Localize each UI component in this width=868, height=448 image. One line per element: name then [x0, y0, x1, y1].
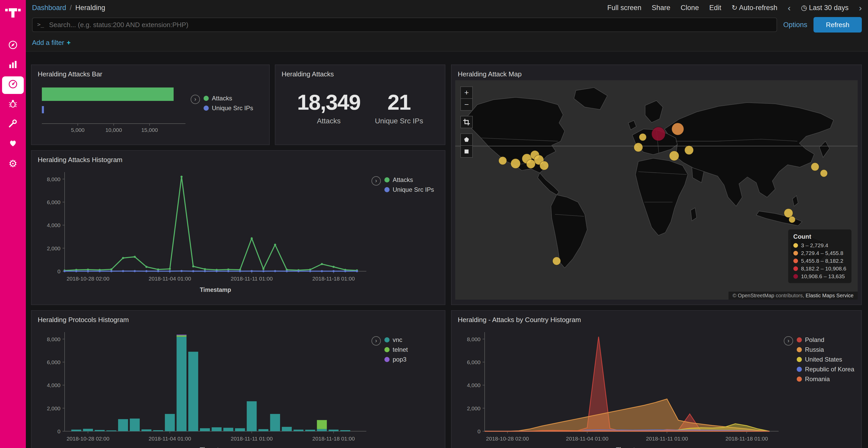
legend-item[interactable]: 2,729.4 – 5,455.8: [793, 250, 846, 256]
legend-item[interactable]: pop3: [384, 356, 408, 363]
breadcrumb-separator: /: [70, 4, 72, 12]
time-back-icon[interactable]: ‹: [788, 3, 790, 12]
sidebar-item-visualize[interactable]: [0, 56, 26, 75]
svg-text:8,000: 8,000: [47, 176, 60, 182]
refresh-button[interactable]: Refresh: [813, 17, 862, 33]
openstreetmap-link[interactable]: OpenStreetMap: [738, 292, 774, 298]
legend-item[interactable]: Attacks: [384, 176, 434, 183]
breadcrumb-dashboard-link[interactable]: Dashboard: [32, 4, 66, 12]
full-screen-button[interactable]: Full screen: [607, 4, 642, 12]
search-input[interactable]: [32, 18, 777, 32]
attack-location-dot[interactable]: [553, 257, 561, 265]
legend-collapse-icon[interactable]: ›: [371, 176, 381, 185]
legend-item[interactable]: Attacks: [204, 95, 253, 102]
clone-button[interactable]: Clone: [681, 4, 699, 12]
attack-location-dot[interactable]: [540, 161, 549, 170]
legend-item[interactable]: Romania: [797, 376, 854, 383]
panel-attacks-metric: Heralding Attacks 18,349 Attacks 21 Uniq…: [275, 65, 445, 145]
elastic-maps-service-link[interactable]: Elastic Maps Service: [805, 292, 854, 298]
attack-location-dot[interactable]: [811, 163, 819, 171]
legend-color-dot: [384, 347, 390, 352]
attack-location-dot[interactable]: [820, 170, 828, 177]
legend-collapse-icon[interactable]: ›: [191, 95, 200, 104]
legend-title: Count: [793, 233, 846, 240]
search-bar-row: >_ Options Refresh: [26, 15, 868, 34]
world-map[interactable]: + − Count 3 – 2,729.42,729.4 – 5,455.85,…: [455, 80, 858, 300]
legend-label: Poland: [805, 336, 824, 343]
metric-attacks: 18,349 Attacks: [297, 90, 361, 125]
legend-collapse-icon[interactable]: ›: [371, 336, 381, 346]
attack-location-dot[interactable]: [652, 127, 665, 141]
auto-refresh-button[interactable]: ↻ Auto-refresh: [732, 4, 777, 12]
legend-label: Unique Src IPs: [212, 105, 253, 112]
telekom-logo[interactable]: [5, 4, 21, 23]
svg-text:2018-11-11 01:00: 2018-11-11 01:00: [231, 436, 273, 442]
country-histogram-chart[interactable]: 02,0004,0006,0008,0002018-10-28 02:00201…: [456, 326, 784, 448]
zoom-in-button[interactable]: +: [460, 87, 473, 99]
legend-item[interactable]: Poland: [797, 336, 854, 343]
legend-item[interactable]: vnc: [384, 336, 408, 343]
legend-label: United States: [805, 356, 842, 363]
legend-color-dot: [793, 266, 798, 271]
svg-text:2018-11-18 01:00: 2018-11-18 01:00: [725, 436, 768, 442]
svg-text:4,000: 4,000: [47, 382, 60, 388]
draw-polygon-button[interactable]: [460, 133, 473, 146]
svg-text:2018-10-28 02:00: 2018-10-28 02:00: [67, 436, 110, 442]
legend-item[interactable]: Unique Src IPs: [204, 105, 253, 112]
legend-color-dot: [384, 187, 390, 192]
legend-item[interactable]: Russia: [797, 346, 854, 353]
legend-color-dot: [384, 337, 390, 342]
protocols-histogram-chart[interactable]: 02,0004,0006,0008,0002018-10-28 02:00201…: [36, 326, 371, 448]
attack-location-dot[interactable]: [511, 159, 520, 169]
sidebar-item-dashboard[interactable]: [0, 75, 26, 95]
zoom-out-button[interactable]: −: [460, 98, 473, 111]
draw-rectangle-button[interactable]: [460, 145, 473, 158]
attacks-histogram-chart[interactable]: 02,0004,0006,0008,0002018-10-28 02:00201…: [36, 166, 371, 295]
attack-location-dot[interactable]: [672, 123, 684, 135]
fit-bounds-button[interactable]: [460, 116, 473, 128]
svg-text:2018-11-04 01:00: 2018-11-04 01:00: [149, 276, 191, 281]
sidebar-item-monitoring[interactable]: [0, 134, 26, 154]
chart-legend: › vnctelnetpop3: [371, 326, 408, 363]
svg-text:2018-11-04 01:00: 2018-11-04 01:00: [566, 436, 609, 442]
panel-attacks-bar: Heralding Attacks Bar 5,00010,00015,000 …: [31, 65, 270, 145]
legend-item[interactable]: 8,182.2 – 10,908.6: [793, 266, 846, 272]
plus-icon: +: [67, 39, 70, 46]
legend-collapse-icon[interactable]: ›: [784, 336, 793, 346]
svg-text:8,000: 8,000: [47, 336, 60, 342]
options-link[interactable]: Options: [783, 21, 807, 29]
legend-item[interactable]: United States: [797, 356, 854, 363]
attack-location-dot[interactable]: [634, 143, 643, 152]
attack-location-dot[interactable]: [499, 157, 506, 165]
time-forward-icon[interactable]: ›: [859, 3, 862, 12]
attack-location-dot[interactable]: [526, 160, 535, 169]
sidebar-item-discover[interactable]: [0, 36, 26, 56]
edit-button[interactable]: Edit: [709, 4, 721, 12]
time-range-picker[interactable]: ◷ Last 30 days: [801, 4, 848, 12]
sidebar-item-dev-tools[interactable]: [0, 114, 26, 134]
attack-location-dot[interactable]: [639, 133, 646, 141]
map-count-legend: Count 3 – 2,729.42,729.4 – 5,455.85,455.…: [788, 230, 851, 283]
share-button[interactable]: Share: [652, 4, 671, 12]
metric-label: Unique Src IPs: [375, 117, 423, 125]
legend-item[interactable]: Unique Src IPs: [384, 186, 434, 193]
attack-location-dot[interactable]: [669, 151, 679, 161]
search-box: >_: [32, 18, 777, 32]
legend-item[interactable]: 3 – 2,729.4: [793, 242, 846, 248]
legend-item[interactable]: Republic of Korea: [797, 366, 854, 373]
svg-text:6,000: 6,000: [47, 199, 60, 205]
legend-item[interactable]: 5,455.8 – 8,182.2: [793, 258, 846, 264]
filter-bar: Add a filter+: [26, 34, 868, 51]
legend-item[interactable]: 10,908.6 – 13,635: [793, 273, 846, 279]
add-filter-link[interactable]: Add a filter+: [32, 39, 70, 47]
query-prompt-icon: >_: [37, 21, 44, 28]
sidebar-item-apm[interactable]: [0, 95, 26, 114]
attack-location-dot[interactable]: [685, 145, 693, 154]
clock-icon: ◷: [801, 4, 807, 12]
svg-text:2018-10-28 02:00: 2018-10-28 02:00: [67, 276, 110, 281]
attack-location-dot[interactable]: [789, 216, 796, 223]
legend-color-dot: [204, 96, 209, 101]
legend-item[interactable]: telnet: [384, 346, 408, 353]
sidebar-item-management[interactable]: ⚙: [0, 154, 26, 173]
attacks-bar-chart[interactable]: 5,00010,00015,000: [36, 80, 191, 138]
